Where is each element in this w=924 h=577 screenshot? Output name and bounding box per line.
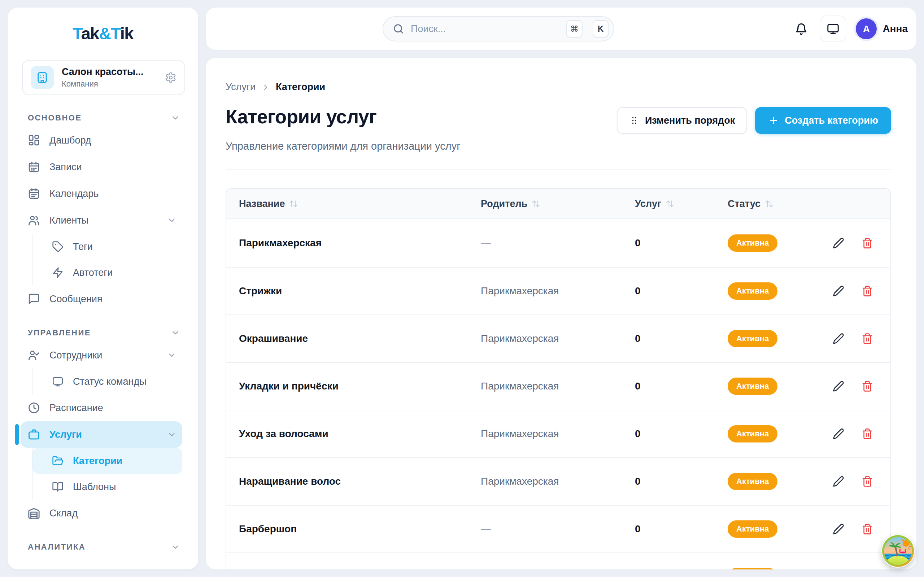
category-status-cell: Активна — [728, 473, 816, 490]
category-status-cell: Активна — [728, 425, 816, 443]
status-badge: Активна — [728, 330, 777, 347]
calendar-dots-icon — [28, 161, 40, 173]
monitor-icon — [52, 376, 63, 387]
grip-vertical-icon — [629, 115, 639, 126]
category-services-count: 0 — [635, 285, 728, 297]
category-status-cell: Активна — [728, 521, 816, 538]
category-name: Парикмахерская — [239, 237, 481, 249]
sidebar-nav: ОСНОВНОЕ Дашборд Записи Календарь Клиент… — [8, 95, 198, 552]
breadcrumb-categories: Категории — [276, 82, 325, 93]
delete-trash-icon[interactable] — [861, 523, 873, 535]
chevron-right-icon — [261, 83, 270, 92]
sidebar-item-autotags[interactable]: Автотеги — [32, 259, 182, 285]
section-analytics[interactable]: АНАЛИТИКА — [28, 542, 180, 552]
table-header-row: Название Родитель Услуг Статус — [226, 189, 890, 219]
kbd-k: K — [593, 20, 609, 37]
sidebar: Tak&Tik Салон красоты... Компания ОСНОВН… — [8, 8, 198, 569]
calendar-icon — [28, 187, 40, 200]
sidebar-item-schedule[interactable]: Расписание — [21, 395, 182, 421]
delete-trash-icon[interactable] — [861, 237, 873, 249]
top-bar: ⌘ K А Анна — [206, 8, 916, 50]
warehouse-icon — [28, 507, 40, 519]
company-selector[interactable]: Салон красоты... Компания — [22, 60, 185, 95]
sidebar-item-appointments[interactable]: Записи — [21, 154, 182, 180]
column-header-services[interactable]: Услуг — [635, 198, 728, 210]
search-input[interactable] — [411, 23, 560, 35]
edit-pencil-icon[interactable] — [833, 428, 844, 440]
column-header-parent[interactable]: Родитель — [481, 198, 635, 210]
edit-pencil-icon[interactable] — [833, 285, 844, 297]
sidebar-item-tags[interactable]: Теги — [32, 234, 182, 259]
status-badge: Активна — [728, 568, 777, 569]
table-row: Уход за волосами Парикмахерская 0 Активн… — [226, 410, 890, 457]
user-menu[interactable]: А Анна — [856, 18, 908, 39]
row-actions — [816, 523, 890, 535]
sort-icon — [289, 200, 298, 208]
users-icon — [28, 214, 40, 226]
message-icon — [28, 293, 40, 305]
brand-logo[interactable]: Tak&Tik — [8, 23, 198, 43]
delete-trash-icon[interactable] — [861, 380, 873, 392]
row-actions — [816, 380, 890, 392]
bell-icon[interactable] — [792, 20, 810, 38]
table-row: Наращивание волос Парикмахерская 0 Актив… — [226, 457, 890, 505]
category-status-cell: Активна — [728, 377, 816, 395]
search-box[interactable]: ⌘ K — [383, 16, 614, 42]
category-services-count: 0 — [635, 428, 728, 440]
sidebar-item-staff[interactable]: Сотрудники — [21, 342, 182, 369]
breadcrumb-services[interactable]: Услуги — [226, 82, 255, 93]
delete-trash-icon[interactable] — [861, 285, 873, 297]
category-status-cell: Активна — [728, 282, 816, 300]
company-type: Компания — [62, 79, 144, 89]
briefcase-icon — [28, 429, 40, 441]
chevron-down-icon — [167, 351, 176, 360]
sidebar-item-team-status[interactable]: Статус команды — [32, 369, 182, 395]
table-body: Парикмахерская — 0 Активна Стрижки Парик… — [226, 219, 890, 569]
reorder-button[interactable]: Изменить порядок — [617, 107, 747, 134]
sidebar-item-services[interactable]: Услуги — [21, 421, 182, 448]
category-parent: — — [481, 523, 635, 535]
delete-trash-icon[interactable] — [861, 475, 873, 487]
chevron-down-icon — [171, 542, 180, 552]
row-actions — [816, 475, 890, 487]
sidebar-item-templates[interactable]: Шаблоны — [32, 474, 182, 500]
column-header-name[interactable]: Название — [239, 198, 481, 210]
page-subtitle: Управление категориями для организации у… — [226, 140, 891, 152]
category-parent: — — [481, 237, 635, 249]
display-mode-button[interactable] — [820, 16, 846, 42]
gear-icon[interactable] — [165, 72, 176, 83]
edit-pencil-icon[interactable] — [833, 333, 844, 344]
category-services-count: 0 — [635, 237, 728, 249]
chevron-down-icon — [167, 430, 176, 439]
edit-pencil-icon[interactable] — [833, 475, 844, 487]
section-management[interactable]: УПРАВЛЕНИЕ — [28, 328, 180, 338]
sidebar-item-messages[interactable]: Сообщения — [21, 285, 182, 312]
title-actions: Изменить порядок Создать категорию — [617, 107, 891, 134]
chevron-down-icon — [171, 328, 180, 338]
edit-pencil-icon[interactable] — [833, 380, 844, 392]
category-status-cell: Активна — [728, 568, 816, 569]
category-services-count: 0 — [635, 475, 728, 487]
sidebar-item-categories[interactable]: Категории — [32, 448, 182, 474]
edit-pencil-icon[interactable] — [833, 523, 844, 535]
island-widget-button[interactable] — [881, 534, 914, 567]
create-category-button[interactable]: Создать категорию — [755, 107, 891, 134]
delete-trash-icon[interactable] — [861, 333, 873, 344]
categories-table: Название Родитель Услуг Статус Парикмахе… — [226, 188, 891, 569]
sidebar-item-warehouse[interactable]: Склад — [21, 500, 182, 527]
sidebar-item-dashboard[interactable]: Дашборд — [21, 127, 182, 154]
delete-trash-icon[interactable] — [861, 428, 873, 440]
top-right-cluster: А Анна — [792, 8, 908, 50]
section-main[interactable]: ОСНОВНОЕ — [28, 113, 180, 122]
table-row: Окрашивание Парикмахерская 0 Активна — [226, 314, 890, 362]
category-parent: Парикмахерская — [481, 380, 635, 392]
kbd-command: ⌘ — [566, 20, 583, 37]
company-name: Салон красоты... — [62, 66, 144, 77]
edit-pencil-icon[interactable] — [833, 237, 844, 249]
avatar: А — [856, 18, 877, 39]
column-header-status[interactable]: Статус — [728, 198, 816, 210]
category-name: Стрижки — [239, 285, 481, 297]
sidebar-item-clients[interactable]: Клиенты — [21, 207, 182, 234]
sidebar-item-calendar[interactable]: Календарь — [21, 180, 182, 207]
status-badge: Активна — [728, 425, 777, 443]
